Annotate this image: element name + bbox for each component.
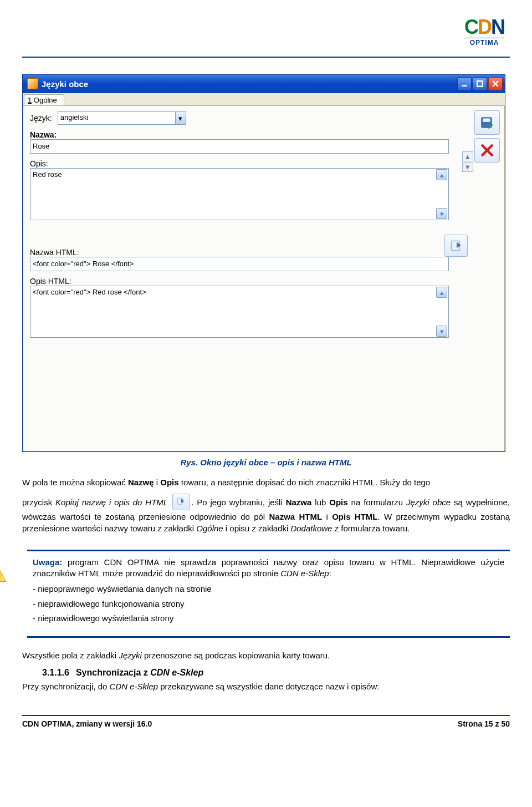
opis-field[interactable]: Red rose ▴ ▾: [30, 168, 449, 220]
label-jezyk: Język:: [30, 114, 52, 123]
spin-down[interactable]: ▾: [462, 162, 473, 172]
window-icon: [27, 78, 38, 89]
label-opis: Opis:: [30, 159, 500, 168]
warning-icon: [0, 569, 7, 584]
list-item: - nieprawidłowego wyświetlania strony: [33, 613, 504, 624]
list-item: - niepoprawnego wyświetlania danych na s…: [33, 583, 504, 595]
window-title: Języki obce: [42, 79, 88, 89]
scroll-up-icon[interactable]: ▴: [436, 169, 447, 180]
logo: CDN OPTIMA: [464, 18, 504, 47]
header: CDN OPTIMA: [22, 13, 510, 57]
header-rule: [22, 57, 510, 58]
language-combo[interactable]: angielski ▾: [58, 111, 186, 125]
svg-rect-1: [477, 81, 483, 87]
nazwa-field[interactable]: Rose: [30, 139, 449, 154]
paragraph-1: W pola te można skopiować Nazwę i Opis t…: [22, 477, 510, 488]
warning-box: Uwaga: program CDN OPT!MA nie sprawdza p…: [27, 550, 510, 638]
spin-up[interactable]: ▴: [462, 151, 473, 161]
scroll-down-icon-2[interactable]: ▾: [436, 326, 447, 337]
footer-left: CDN OPT!MA, zmiany w wersji 16.0: [22, 719, 152, 728]
logo-subtitle: OPTIMA: [464, 38, 504, 47]
svg-rect-0: [462, 85, 467, 86]
footer-right: Strona 15 z 50: [458, 719, 510, 728]
copy-icon: [172, 494, 190, 510]
copy-to-html-button[interactable]: [444, 235, 468, 257]
xp-window: Języki obce 1 Ogólne ▴ ▾ Jęz: [22, 74, 505, 452]
language-value: angielski: [58, 112, 175, 124]
list-item: - nieprawidłowego funkcjonowania strony: [33, 598, 504, 610]
tab-ogolne[interactable]: 1 Ogólne: [24, 94, 64, 105]
page-footer: CDN OPT!MA, zmiany w wersji 16.0 Strona …: [22, 715, 510, 728]
paragraph-3: Wszystkie pola z zakładki Języki przenos…: [22, 650, 510, 661]
maximize-button[interactable]: [473, 77, 487, 90]
save-button[interactable]: [474, 110, 500, 135]
label-opis-html: Opis HTML:: [30, 277, 500, 286]
titlebar: Języki obce: [23, 75, 505, 93]
heading-3116: 3.1.1.6Synchronizacja z CDN e-Sklep: [42, 668, 510, 678]
scroll-down-icon[interactable]: ▾: [436, 208, 447, 219]
label-nazwa-html: Nazwa HTML:: [30, 248, 79, 257]
opis-html-field[interactable]: <font color="red"> Red rose </font> ▴ ▾: [30, 286, 449, 338]
paragraph-2: przycisk Kopiuj nazwę i opis do HTML . P…: [22, 495, 510, 534]
scroll-up-icon-2[interactable]: ▴: [436, 287, 447, 298]
minimize-button[interactable]: [457, 77, 472, 90]
nazwa-html-field[interactable]: <font color="red"> Rose </font>: [30, 257, 449, 271]
close-button[interactable]: [488, 77, 503, 90]
figure-caption: Rys. Okno języki obce – opis i nazwa HTM…: [22, 458, 510, 467]
svg-rect-3: [483, 118, 490, 122]
label-nazwa: Nazwa:: [30, 130, 500, 139]
cancel-button[interactable]: [474, 138, 500, 163]
chevron-down-icon[interactable]: ▾: [175, 112, 186, 124]
paragraph-4: Przy synchronizacji, do CDN e-Sklep prze…: [22, 681, 510, 692]
